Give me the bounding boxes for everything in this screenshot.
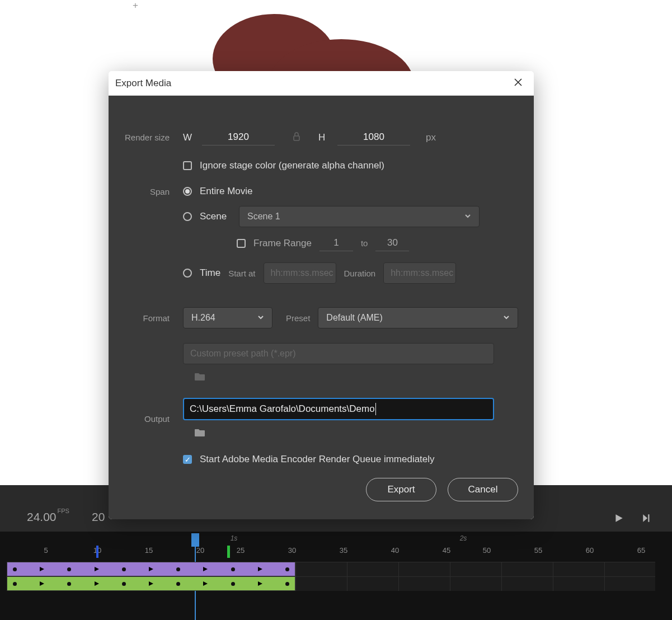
ruler-tick-label: 30 bbox=[288, 546, 296, 555]
dialog-title: Export Media bbox=[115, 78, 171, 89]
ruler-sec-label: 1s bbox=[231, 534, 238, 542]
span-entire-label: Entire Movie bbox=[200, 186, 252, 197]
track-tween[interactable] bbox=[7, 562, 295, 576]
ruler-tick-label: 5 bbox=[44, 546, 48, 555]
frame-range-checkbox[interactable] bbox=[237, 239, 246, 248]
timeline-ruler[interactable]: 5 10 15 20 25 30 35 40 45 50 55 60 65 1s… bbox=[7, 534, 655, 558]
start-ame-label: Start Adobe Media Encoder Render Queue i… bbox=[200, 454, 435, 465]
ruler-tick-label: 20 bbox=[196, 546, 204, 555]
export-media-dialog: Export Media Render size W H px Ignore bbox=[109, 71, 534, 519]
preset-dropdown[interactable]: Default (AME) bbox=[318, 307, 518, 328]
ruler-tick-label: 55 bbox=[534, 546, 542, 555]
close-button[interactable] bbox=[514, 78, 523, 89]
ruler-tick-label: 25 bbox=[237, 546, 245, 555]
output-label: Output bbox=[124, 414, 183, 424]
preset-label: Preset bbox=[286, 313, 310, 323]
ruler-tick-label: 45 bbox=[443, 546, 450, 555]
ignore-stage-label: Ignore stage color (generate alpha chann… bbox=[200, 160, 384, 171]
span-scene-label: Scene bbox=[200, 211, 231, 222]
plus-icon: + bbox=[133, 0, 138, 11]
ruler-tick-label: 35 bbox=[340, 546, 347, 555]
custom-preset-path-input[interactable]: Custom preset path (*.epr) bbox=[183, 343, 494, 364]
ruler-tick-label: 50 bbox=[483, 546, 491, 555]
unit-label: px bbox=[426, 132, 436, 143]
chevron-down-icon bbox=[464, 212, 471, 222]
chevron-down-icon bbox=[257, 313, 264, 323]
fps-display[interactable]: 24.00FPS bbox=[27, 510, 68, 524]
span-label: Span bbox=[124, 187, 183, 196]
frame-end-input[interactable] bbox=[375, 235, 409, 251]
duration-input[interactable]: hh:mm:ss.msec bbox=[383, 262, 456, 284]
span-time-radio[interactable] bbox=[183, 269, 192, 278]
frame-range-label: Frame Range bbox=[253, 238, 312, 249]
svg-rect-0 bbox=[294, 136, 299, 140]
render-size-label: Render size bbox=[124, 133, 183, 142]
ignore-stage-checkbox[interactable] bbox=[183, 161, 192, 170]
ruler-tick-label: 15 bbox=[145, 546, 153, 555]
timeline-marker[interactable] bbox=[96, 546, 98, 558]
output-path-input[interactable]: C:\Users\Emma Garofalo\Documents\Demo bbox=[183, 398, 494, 420]
ruler-tick-label: 40 bbox=[391, 546, 399, 555]
start-at-input[interactable]: hh:mm:ss.msec bbox=[264, 262, 336, 284]
format-label: Format bbox=[124, 313, 183, 323]
browse-preset-button[interactable] bbox=[183, 372, 205, 383]
scene-dropdown[interactable]: Scene 1 bbox=[239, 206, 480, 227]
frame-to-label: to bbox=[361, 238, 368, 248]
aspect-lock-icon[interactable] bbox=[293, 131, 300, 144]
ruler-tick-label: 65 bbox=[637, 546, 645, 555]
ruler-tick-label: 60 bbox=[586, 546, 594, 555]
play-button[interactable] bbox=[610, 510, 627, 527]
span-entire-radio[interactable] bbox=[183, 187, 192, 196]
play-forward-button[interactable] bbox=[638, 510, 655, 527]
frame-start-input[interactable] bbox=[319, 235, 353, 251]
timeline-marker[interactable] bbox=[227, 546, 230, 558]
export-button[interactable]: Export bbox=[366, 478, 436, 501]
track-tween[interactable] bbox=[7, 576, 295, 591]
chevron-down-icon bbox=[503, 313, 510, 323]
ruler-sec-label: 2s bbox=[460, 534, 467, 542]
span-time-label: Time bbox=[200, 267, 220, 279]
playhead[interactable] bbox=[191, 533, 199, 547]
current-frame[interactable]: 20 bbox=[92, 510, 105, 524]
browse-output-button[interactable] bbox=[183, 428, 205, 439]
span-scene-radio[interactable] bbox=[183, 212, 192, 221]
timeline-grid[interactable] bbox=[295, 562, 655, 591]
height-label: H bbox=[318, 132, 330, 143]
width-label: W bbox=[183, 132, 194, 143]
format-dropdown[interactable]: H.264 bbox=[183, 307, 272, 328]
dialog-titlebar: Export Media bbox=[109, 71, 534, 96]
width-input[interactable] bbox=[202, 129, 275, 145]
start-at-label: Start at bbox=[228, 269, 255, 278]
duration-label: Duration bbox=[344, 269, 376, 278]
cancel-button[interactable]: Cancel bbox=[448, 478, 518, 501]
start-ame-checkbox[interactable] bbox=[183, 455, 192, 464]
height-input[interactable] bbox=[337, 129, 410, 145]
